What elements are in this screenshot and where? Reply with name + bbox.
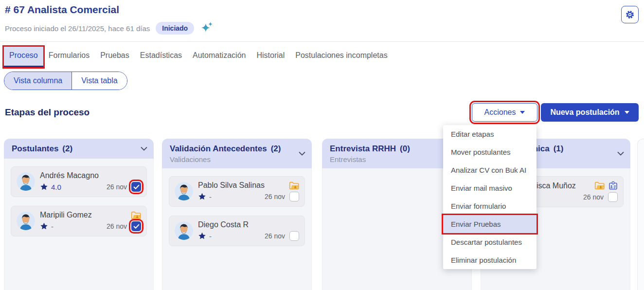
- chevron-down-icon[interactable]: [299, 151, 305, 156]
- folder-person-icon[interactable]: [289, 181, 299, 190]
- candidate-rating: -: [51, 222, 54, 231]
- column-postulantes: Postulantes(2)Andrés Macagno4.026 novMar…: [4, 139, 154, 290]
- view-toggle-vista-tabla[interactable]: Vista tabla: [72, 72, 126, 90]
- candidate-name: Andrés Macagno: [40, 171, 141, 180]
- new-application-button-label: Nueva postulación: [550, 108, 619, 117]
- column-count: (2): [62, 144, 72, 153]
- id-card-icon[interactable]: [608, 181, 618, 190]
- candidate-rating: 4.0: [51, 183, 61, 191]
- column-subtitle: Validaciones: [170, 155, 295, 163]
- application-date: 26 nov: [107, 183, 127, 191]
- application-date: 26 nov: [107, 222, 127, 230]
- tab-pruebas[interactable]: Pruebas: [95, 47, 135, 67]
- tab-automatizacion[interactable]: Automatización: [187, 47, 251, 67]
- menu-item-enviar-formulario[interactable]: Enviar formulario: [443, 197, 537, 215]
- application-date: 26 nov: [583, 193, 604, 201]
- folder-person-icon[interactable]: [594, 181, 605, 190]
- column-count: (0): [400, 144, 410, 153]
- tab-proceso[interactable]: Proceso: [4, 47, 43, 67]
- candidate-name: Maripili Gomez: [40, 211, 128, 219]
- menu-item-analizar-cv-con-buk-ai[interactable]: Analizar CV con Buk AI: [443, 161, 537, 179]
- menu-item-mover-postulantes[interactable]: Mover postulantes: [443, 143, 537, 161]
- candidate-checkbox[interactable]: [131, 182, 141, 192]
- candidate-card[interactable]: Andrés Macagno4.026 nov: [11, 166, 147, 197]
- page: # 67 Analista Comercial Proceso iniciado…: [0, 0, 644, 290]
- candidate-card[interactable]: Pablo Silva Salinas-26 nov: [169, 176, 305, 207]
- candidate-checkbox[interactable]: [131, 221, 141, 231]
- candidate-name: Pablo Silva Salinas: [198, 181, 286, 190]
- actions-dropdown-menu: Editar etapasMover postulantesAnalizar C…: [443, 125, 537, 269]
- chevron-down-icon[interactable]: [141, 146, 147, 151]
- process-start-info: Proceso iniciado el 26/11/2025, hace 61 …: [5, 24, 150, 33]
- column-title: Validación Antecedentes: [170, 144, 267, 153]
- candidate-rating: -: [209, 232, 212, 240]
- menu-item-eliminar-postulacion[interactable]: Eliminar postulación: [443, 251, 537, 269]
- status-badge: Iniciado: [156, 22, 194, 35]
- actions-button[interactable]: Acciones: [472, 103, 537, 122]
- menu-item-editar-etapas[interactable]: Editar etapas: [443, 125, 537, 143]
- application-date: 26 nov: [265, 232, 285, 240]
- star-icon: [40, 222, 48, 230]
- actions-button-label: Acciones: [484, 108, 516, 117]
- column-title: Entrevista RRHH: [330, 144, 396, 153]
- view-toggle-vista-columna[interactable]: Vista columna: [4, 72, 72, 90]
- settings-button[interactable]: [621, 6, 639, 23]
- ai-sparkle-icon[interactable]: [200, 21, 214, 35]
- process-meta-row: Proceso iniciado el 26/11/2025, hace 61 …: [5, 21, 214, 35]
- avatar: [17, 172, 35, 191]
- star-icon: [198, 193, 206, 200]
- tab-postulaciones-incompletas[interactable]: Postulaciones incompletas: [290, 47, 393, 67]
- section-title: Etapas del proceso: [5, 107, 89, 118]
- tabs: ProcesoFormulariosPruebasEstadísticasAut…: [4, 47, 644, 67]
- candidate-checkbox[interactable]: [289, 231, 299, 241]
- column-title: Postulantes: [12, 144, 58, 153]
- star-icon: [40, 183, 48, 191]
- column-subtitle: Entrevistas: [330, 155, 455, 163]
- new-application-button[interactable]: Nueva postulación: [541, 103, 639, 122]
- candidate-name: Diego Costa R: [198, 220, 299, 229]
- header: # 67 Analista Comercial Proceso iniciado…: [0, 0, 644, 42]
- menu-item-descartar-postulantes[interactable]: Descartar postulantes: [443, 233, 537, 251]
- tab-formularios[interactable]: Formularios: [43, 47, 95, 67]
- chevron-down-icon[interactable]: [617, 151, 624, 156]
- candidate-card[interactable]: Maripili Gomez-26 nov: [11, 206, 147, 236]
- candidate-rating: -: [209, 193, 212, 201]
- caret-down-icon: [520, 111, 525, 116]
- menu-item-enviar-mail-masivo[interactable]: Enviar mail masivo: [443, 179, 537, 197]
- tab-estadisticas[interactable]: Estadísticas: [135, 47, 187, 67]
- column-header: Validación Antecedentes(2)Validaciones: [162, 139, 312, 168]
- menu-item-enviar-pruebas[interactable]: Enviar Pruebas: [443, 215, 537, 233]
- folder-person-icon[interactable]: [131, 211, 141, 219]
- avatar: [17, 212, 35, 230]
- candidate-card[interactable]: Diego Costa R-26 nov: [169, 216, 305, 246]
- candidate-checkbox[interactable]: [608, 192, 618, 202]
- column-header: Postulantes(2): [4, 139, 154, 159]
- star-icon: [198, 232, 206, 240]
- avatar: [175, 182, 193, 200]
- column-validacion-antecedentes: Validación Antecedentes(2)ValidacionesPa…: [162, 139, 312, 290]
- gear-icon: [625, 10, 635, 19]
- column-count: (2): [271, 144, 281, 153]
- avatar: [175, 221, 193, 240]
- candidate-checkbox[interactable]: [289, 192, 299, 201]
- view-toggle: Vista columnaVista tabla: [4, 72, 127, 90]
- next-column-edge: [637, 139, 644, 290]
- caret-down-icon: [625, 111, 629, 116]
- application-date: 26 nov: [265, 193, 285, 200]
- tab-historial[interactable]: Historial: [251, 47, 290, 67]
- column-count: (1): [554, 144, 564, 153]
- page-title: # 67 Analista Comercial: [5, 4, 119, 16]
